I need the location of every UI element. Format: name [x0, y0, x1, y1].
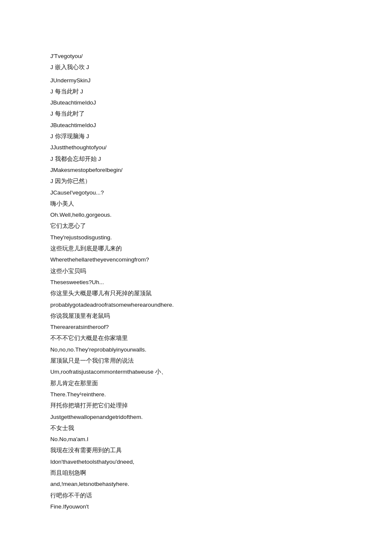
- text-line: They'rejustsodisgusting.: [50, 232, 342, 243]
- text-line: J 你浮现脑海 J: [50, 131, 342, 142]
- text-line: 我现在没有需要用到的工具: [50, 445, 342, 456]
- text-line: J 嵌入我心坎 J: [50, 62, 342, 73]
- text-line: 这些玩意儿到底是哪儿来的: [50, 244, 342, 254]
- text-line: 拜托你把墙打开把它们处理掉: [50, 401, 342, 411]
- text-line: Oh.Well,hello,gorgeous.: [50, 210, 342, 220]
- text-line: 屋顶鼠只是一个我们常用的说法: [50, 356, 342, 366]
- text-line: 行吧你不干的话: [50, 491, 342, 501]
- text-line: Thesesweeties?Uh...: [50, 277, 342, 288]
- text-line: 不不不它们大概是在你家墙里: [50, 333, 342, 343]
- text-line: JCauseI'vegotyou...?: [50, 188, 342, 198]
- text-line: JUndermySkinJ: [50, 76, 342, 86]
- text-line: J 因为你已然）: [50, 176, 342, 186]
- text-line: There.They¹reinthere.: [50, 389, 342, 400]
- text-line: 它们太恶心了: [50, 221, 342, 231]
- text-line: JJustthethoughtofyou/: [50, 142, 342, 153]
- main-content: J'Tvegotyou/J 嵌入我心坎 JJUndermySkinJJ 每当此时…: [50, 51, 342, 512]
- text-line: No,no,no.They'reprobablyinyourwalls.: [50, 345, 342, 355]
- text-line: J'Tvegotyou/: [50, 51, 342, 61]
- text-line: J 我都会忘却开始 J: [50, 154, 342, 164]
- text-line: JButeachtimeIdoJ: [50, 98, 342, 108]
- text-line: Fine.Ifyouwon't: [50, 502, 342, 512]
- text-line: 嗨小美人: [50, 199, 342, 209]
- text-line: 你这里头大概是哪儿有只死掉的屋顶鼠: [50, 288, 342, 299]
- text-line: JMakesmestopbeforeIbegin/: [50, 165, 342, 175]
- text-line: 那儿肯定在那里面: [50, 378, 342, 389]
- text-line: 这些小宝贝吗: [50, 266, 342, 276]
- text-line: 你说我屋顶里有老鼠吗: [50, 311, 342, 321]
- text-line: 而且咱别急啊: [50, 468, 342, 478]
- text-line: Um,roofratisjustacommontermthatweuse 小、: [50, 367, 342, 377]
- text-line: Idon'thavethetoolsthatyou'dneed,: [50, 457, 342, 467]
- text-line: and,!mean,letsnotbehastyhere.: [50, 479, 342, 489]
- text-line: JButeachtimeIdoJ: [50, 120, 342, 131]
- text-line: J 每当此时 J: [50, 87, 342, 97]
- text-line: No.No,ma'am.I: [50, 434, 342, 445]
- text-line: 不女士我: [50, 423, 342, 433]
- text-line: Wherethehellaretheyevencomingfrom?: [50, 255, 342, 265]
- text-line: Justgetthewallopenandgetridofthem.: [50, 412, 342, 422]
- text-line: J 每当此时了: [50, 109, 342, 119]
- text-line: probablygotadeadroofratsomewherearoundhe…: [50, 300, 342, 310]
- text-line: Thereareratsintheroof?: [50, 322, 342, 332]
